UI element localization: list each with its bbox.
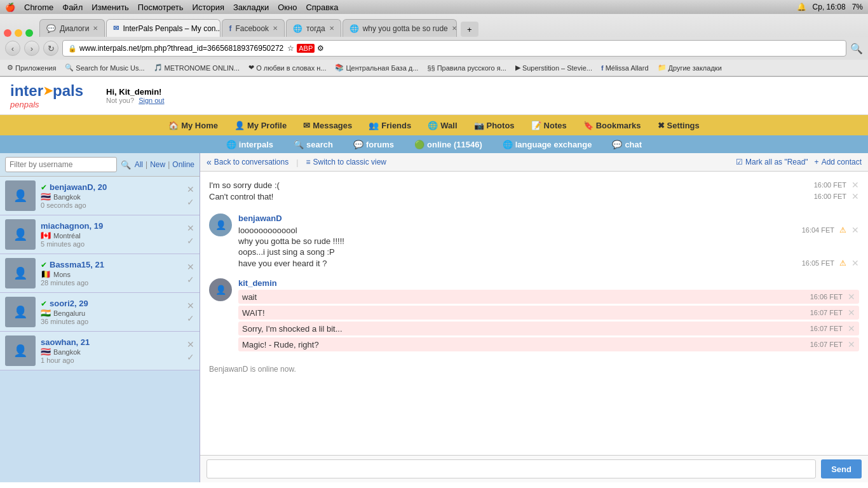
file-menu[interactable]: Файл: [62, 3, 83, 12]
check-contact-icon[interactable]: ✓: [187, 197, 194, 207]
delete-msg-icon[interactable]: ✕: [848, 292, 855, 302]
delete-msg-icon[interactable]: ✕: [848, 323, 855, 334]
bookmarks-menu[interactable]: Закладки: [233, 3, 269, 12]
bm-centralbase[interactable]: 📚 Центральная База д...: [332, 62, 421, 73]
add-contact-btn[interactable]: + Add contact: [815, 158, 862, 166]
edit-menu[interactable]: Изменить: [92, 3, 129, 12]
contact-item-bassma15[interactable]: 👤 ✔ Bassma15, 21 🇧🇪 Mons 28 minutes ago: [0, 254, 200, 293]
delete-msg-icon[interactable]: ✕: [851, 258, 859, 268]
nav-myprofile[interactable]: 👤 My Profile: [227, 118, 294, 133]
tab-rude[interactable]: 🌐 why you gotta be so rude ✕: [342, 19, 457, 37]
remove-contact-icon[interactable]: ✕: [187, 223, 194, 233]
nav-bookmarks[interactable]: 🔖 Bookmarks: [576, 118, 649, 133]
minimize-window-btn[interactable]: [15, 29, 22, 37]
bm-label: Другие закладки: [668, 64, 722, 72]
contact-item-benjawand[interactable]: 👤 ✔ benjawanD, 20 🇹🇭 Bangkok 0 seconds a…: [0, 177, 200, 215]
subnav-search[interactable]: 🔍 search: [283, 137, 343, 152]
search-icon[interactable]: 🔍: [850, 43, 863, 55]
abp-icon[interactable]: ABP: [297, 44, 315, 53]
extensions-icon[interactable]: ⚙: [317, 44, 324, 53]
view-menu[interactable]: Посмотреть: [138, 3, 184, 12]
nav-photos[interactable]: 📷 Photos: [466, 118, 522, 133]
remove-contact-icon[interactable]: ✕: [187, 301, 194, 311]
filter-online[interactable]: Online: [172, 160, 194, 169]
send-btn[interactable]: Send: [821, 459, 862, 478]
subnav-langex[interactable]: 🌐 language exchange: [492, 137, 602, 152]
chat-input[interactable]: [207, 459, 816, 478]
check-contact-icon[interactable]: ✓: [187, 313, 194, 323]
check-contact-icon[interactable]: ✓: [187, 274, 194, 285]
help-menu[interactable]: Справка: [306, 3, 338, 12]
settings-icon: ✖: [658, 121, 665, 130]
bm-metronome[interactable]: 🎵 METRONOME ONLIN...: [151, 62, 243, 73]
nav-friends[interactable]: 👥 Friends: [361, 118, 419, 133]
bm-superstition[interactable]: ▶ Superstition – Stevie...: [512, 62, 595, 73]
tab-close-icon[interactable]: ✕: [329, 25, 334, 32]
tab-close-icon[interactable]: ✕: [93, 25, 98, 32]
filter-input[interactable]: [5, 157, 117, 172]
tab-facebook[interactable]: f Facebook ✕: [222, 19, 285, 37]
mark-read-btn[interactable]: ☑ Mark all as "Read": [736, 158, 808, 166]
check-contact-icon[interactable]: ✓: [187, 352, 194, 362]
back-btn[interactable]: ‹: [5, 41, 20, 56]
bm-other[interactable]: 📁 Другие закладки: [654, 62, 725, 73]
nav-label: Wall: [440, 121, 457, 130]
contact-actions: ✕ ✓: [187, 262, 194, 285]
nav-messages[interactable]: ✉ Messages: [295, 118, 360, 133]
tab-close-icon[interactable]: ✕: [452, 25, 457, 32]
contact-item-soori2[interactable]: 👤 ✔ soori2, 29 🇮🇳 Bengaluru 36 minutes a…: [0, 293, 200, 332]
home-icon: 🏠: [168, 121, 179, 130]
switch-classic-btn[interactable]: ≡ Switch to classic view: [306, 158, 386, 166]
subnav-interpals[interactable]: 🌐 interpals: [216, 137, 283, 152]
delete-msg-icon[interactable]: ✕: [848, 339, 855, 349]
nav-myhome[interactable]: 🏠 My Home: [161, 118, 226, 133]
remove-contact-icon[interactable]: ✕: [187, 184, 194, 194]
forward-btn[interactable]: ›: [24, 41, 39, 56]
messages-container[interactable]: I'm so sorry dude :( 16:00 FET ✕ Can't c…: [200, 172, 868, 455]
subnav-forums[interactable]: 💬 forums: [343, 137, 404, 152]
delete-msg-icon[interactable]: ✕: [848, 308, 855, 318]
msg-time: 16:00 FET: [814, 193, 846, 200]
tab-togda[interactable]: 🌐 тогда ✕: [286, 19, 341, 37]
address-bar[interactable]: 🔒 www.interpals.net/pm.php?thread_id=366…: [62, 40, 846, 57]
subnav-label: chat: [625, 140, 642, 149]
nav-wall[interactable]: 🌐 Wall: [420, 118, 465, 133]
contact-item-miachagnon[interactable]: 👤 miachagnon, 19 🇨🇦 Montréal 5 minutes a…: [0, 215, 200, 254]
filter-all[interactable]: All: [135, 160, 143, 169]
bm-searchmusic[interactable]: 🔍 Search for Music Us...: [62, 62, 147, 73]
chrome-menu[interactable]: Chrome: [24, 3, 53, 12]
maximize-window-btn[interactable]: [25, 29, 33, 37]
tab-interpals[interactable]: ✉ InterPals Penpals – My con... ✕: [106, 19, 220, 37]
remove-contact-icon[interactable]: ✕: [187, 262, 194, 272]
bm-love[interactable]: ❤ О любви в словах н...: [245, 62, 329, 73]
bm-apps[interactable]: ⚙ Приложения: [4, 62, 59, 73]
delete-msg-icon[interactable]: ✕: [851, 225, 859, 235]
bm-melissa[interactable]: f Mélissa Allard: [598, 63, 652, 73]
reload-btn[interactable]: ↻: [43, 41, 58, 56]
history-menu[interactable]: История: [193, 3, 224, 12]
location-row: 🇨🇦 Montréal: [41, 231, 182, 240]
contact-item-saowhan[interactable]: 👤 saowhan, 21 🇹🇭 Bangkok 1 hour ago: [0, 332, 200, 370]
new-tab-btn[interactable]: +: [461, 22, 478, 37]
greeting-block: Hi, Kit_demin! Not you? Sign out: [106, 87, 164, 104]
window-menu[interactable]: Окно: [278, 3, 297, 12]
remove-contact-icon[interactable]: ✕: [187, 339, 194, 349]
subnav-online[interactable]: 🟢 online (11546): [404, 137, 492, 152]
check-contact-icon[interactable]: ✓: [187, 236, 194, 246]
bm-rules[interactable]: §§ Правила русского я...: [424, 63, 509, 73]
nav-settings[interactable]: ✖ Settings: [650, 118, 707, 133]
tab-dialogi[interactable]: 💬 Диалоги ✕: [39, 19, 105, 37]
subnav-chat[interactable]: 💬 chat: [602, 137, 652, 152]
close-window-btn[interactable]: [4, 29, 11, 37]
back-to-conversations-btn[interactable]: « Back to conversations: [207, 157, 288, 167]
sign-out-link[interactable]: Sign out: [139, 97, 164, 104]
apple-menu[interactable]: 🍎: [5, 3, 15, 12]
delete-msg-icon[interactable]: ✕: [851, 191, 859, 201]
tab-close-icon[interactable]: ✕: [273, 25, 278, 32]
nav-notes[interactable]: 📝 Notes: [524, 118, 574, 133]
star-icon[interactable]: ☆: [287, 44, 294, 53]
filter-new[interactable]: New: [150, 160, 165, 169]
delete-msg-icon[interactable]: ✕: [851, 180, 859, 190]
mac-menu-bar[interactable]: 🍎 Chrome Файл Изменить Посмотреть Истори…: [5, 3, 338, 12]
search-filter-icon[interactable]: 🔍: [121, 160, 131, 170]
